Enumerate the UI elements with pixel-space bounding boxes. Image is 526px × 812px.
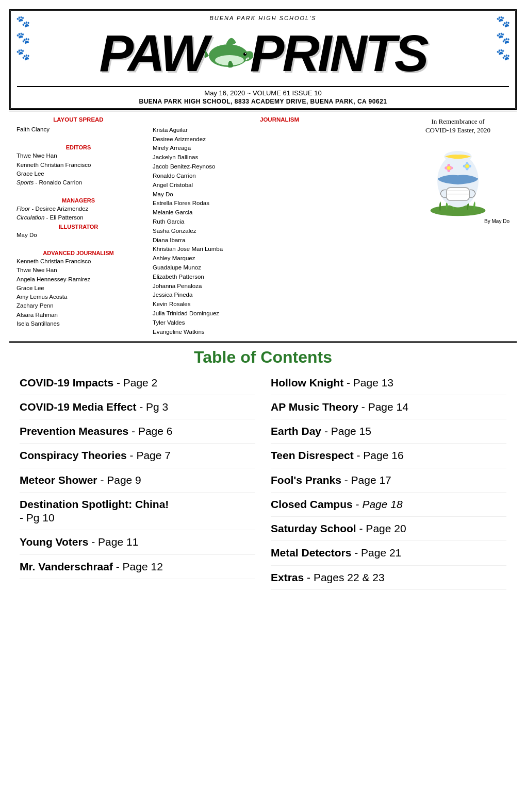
easter-egg-illustration	[417, 135, 499, 217]
adv-j-3: Angela Hennessey-Ramirez	[17, 275, 140, 284]
j-16: Guadalupe Munoz	[153, 263, 406, 273]
toc-item-covid-impacts: COVID-19 Impacts - Page 2	[20, 371, 255, 395]
advanced-journalism-header: ADVANCED JOURNALISM	[17, 249, 140, 258]
editor-sports: Sports - Ronaldo Carrion	[17, 178, 140, 187]
logo-area: PAW PRINTS	[17, 22, 509, 84]
easter-caption-by: By May Do	[406, 218, 509, 224]
easter-image-area: In Remembrance ofCOVID-19 Easter, 2020	[406, 115, 509, 337]
j-9: Estrella Flores Rodas	[153, 199, 406, 208]
toc-item-hollow-knight: Hollow Knight - Page 13	[271, 371, 506, 395]
toc-grid: COVID-19 Impacts - Page 2 COVID-19 Media…	[20, 371, 506, 590]
j-17: Elizabeth Patterson	[153, 273, 406, 282]
adv-j-8: Isela Santillanes	[17, 319, 140, 328]
j-21: Julia Trinidad Dominguez	[153, 309, 406, 318]
journalism-col: JOURNALISM Krista Aguilar Desiree Arizme…	[140, 115, 406, 337]
adv-j-1: Kenneth Christian Francisco	[17, 257, 140, 266]
toc-section: Table of Contents COVID-19 Impacts - Pag…	[9, 343, 517, 595]
j-13: Diana Ibarra	[153, 236, 406, 245]
j-7: Angel Cristobal	[153, 181, 406, 190]
j-19: Jessica Pineda	[153, 291, 406, 300]
toc-item-extras: Extras - Pages 22 & 23	[271, 566, 506, 590]
toc-item-metal-detectors: Metal Detectors - Page 21	[271, 541, 506, 565]
adv-j-4: Grace Lee	[17, 284, 140, 293]
j-23: Evangeline Watkins	[153, 328, 406, 337]
toc-item-closed-campus: Closed Campus - Page 18	[271, 493, 506, 517]
j-10: Melanie Garcia	[153, 208, 406, 217]
adv-j-2: Thwe Nwe Han	[17, 266, 140, 275]
j-8: May Do	[153, 190, 406, 199]
toc-item-saturday-school: Saturday School - Page 20	[271, 517, 506, 541]
j-22: Tyler Valdes	[153, 318, 406, 328]
j-20: Kevin Rosales	[153, 300, 406, 309]
editor-1: Thwe Nwe Han	[17, 151, 140, 160]
toc-item-vanderschraaf: Mr. Vanderschraaf - Page 12	[20, 555, 255, 579]
toc-item-destination: Destination Spotlight: China! - Pg 10	[20, 493, 255, 531]
editor-2: Kenneth Christian Francisco	[17, 161, 140, 170]
logo-prints-text: PRINTS	[250, 27, 427, 79]
editors-header: EDITORS	[17, 143, 140, 152]
toc-item-prevention: Prevention Measures - Page 6	[20, 419, 255, 444]
svg-point-2	[243, 53, 246, 56]
layout-spread-header: LAYOUT SPREAD	[17, 115, 140, 124]
illustrator-name: May Do	[17, 231, 140, 240]
toc-item-earth-day: Earth Day - Page 15	[271, 419, 506, 444]
j-5: Jacob Benitez-Reynoso	[153, 162, 406, 172]
j-14: Khristian Jose Mari Lumba	[153, 245, 406, 254]
j-12: Sasha Gonzalez	[153, 227, 406, 236]
manager-circ: Circulation - Eli Patterson	[17, 213, 140, 222]
logo-paw-text: PAW	[99, 27, 206, 79]
j-4: Jackelyn Ballinas	[153, 153, 406, 162]
layout-spread-name: Faith Clancy	[17, 125, 140, 134]
j-11: Ruth Garcia	[153, 217, 406, 227]
j-1: Krista Aguilar	[153, 126, 406, 135]
svg-point-17	[465, 164, 469, 168]
adv-j-7: Afsara Rahman	[17, 311, 140, 319]
editor-3: Grace Lee	[17, 170, 140, 178]
shark-icon	[203, 27, 254, 79]
staff-left-col: LAYOUT SPREAD Faith Clancy EDITORS Thwe …	[17, 115, 140, 337]
adv-j-6: Zachary Penn	[17, 301, 140, 310]
toc-item-ap-music: AP Music Theory - Page 14	[271, 395, 506, 419]
school-name-small: BUENA PARK HIGH SCHOOL'S	[17, 15, 509, 21]
toc-item-young-voters: Young Voters - Page 11	[20, 530, 255, 554]
toc-item-teen-disrespect: Teen Disrespect - Page 16	[271, 444, 506, 468]
journalism-header: JOURNALISM	[153, 115, 406, 125]
toc-left-col: COVID-19 Impacts - Page 2 COVID-19 Media…	[20, 371, 255, 590]
svg-point-11	[447, 166, 451, 170]
j-6: Ronaldo Carrion	[153, 172, 406, 181]
toc-right-col: Hollow Knight - Page 13 AP Music Theory …	[271, 371, 506, 590]
j-15: Ashley Marquez	[153, 254, 406, 263]
masthead-divider	[17, 86, 509, 87]
toc-item-covid-media: COVID-19 Media Effect - Pg 3	[20, 395, 255, 419]
address-line: BUENA PARK HIGH SCHOOL, 8833 ACADEMY DRI…	[17, 98, 509, 105]
adv-j-5: Amy Lemus Acosta	[17, 293, 140, 301]
svg-point-3	[245, 53, 246, 54]
toc-item-fools-pranks: Fool's Pranks - Page 17	[271, 468, 506, 493]
manager-floor: Floor - Desiree Arizmendez	[17, 205, 140, 213]
illustrator-header: ILLUSTRATOR	[17, 223, 140, 231]
j-2: Desiree Arizmendez	[153, 135, 406, 144]
easter-caption-title: In Remembrance ofCOVID-19 Easter, 2020	[425, 117, 490, 135]
managers-header: MANAGERS	[17, 196, 140, 205]
masthead: 🐾 🐾 🐾 🐾 🐾 🐾 BUENA PARK HIGH SCHOOL'S PAW	[9, 9, 517, 110]
toc-item-conspiracy: Conspiracy Theories - Page 7	[20, 444, 255, 468]
j-18: Johanna Penaloza	[153, 282, 406, 291]
toc-title: Table of Contents	[20, 348, 506, 367]
j-3: Mirely Arreaga	[153, 144, 406, 153]
toc-item-meteor: Meteor Shower - Page 9	[20, 468, 255, 493]
staff-box: LAYOUT SPREAD Faith Clancy EDITORS Thwe …	[9, 110, 517, 343]
date-volume: May 16, 2020 ~ VOLUME 61 ISSUE 10	[17, 89, 509, 97]
